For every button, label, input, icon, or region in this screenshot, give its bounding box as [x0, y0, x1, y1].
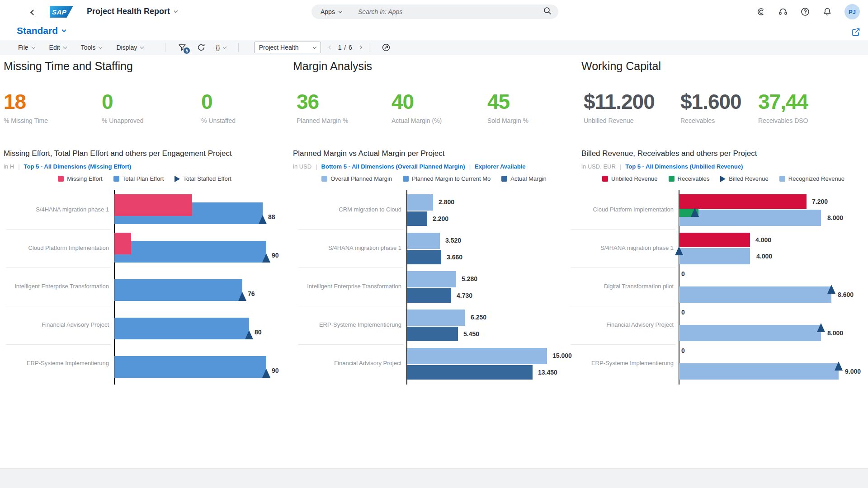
legend-label: Planned Margin to Current Mo: [412, 175, 491, 182]
bar-overall-planned-margin[interactable]: [407, 233, 440, 249]
menu-file[interactable]: File: [18, 44, 35, 51]
legend-swatch-icon: [113, 176, 119, 182]
kpi-receivables-dso[interactable]: 37,44Receivables DSO: [758, 90, 808, 124]
kpi-unapproved[interactable]: 0% Unapproved: [102, 90, 144, 124]
chart1-dimension-link[interactable]: Top 5 - All Dimensions (Missing Effort): [24, 163, 132, 170]
marker-total-staffed-effort[interactable]: [262, 253, 270, 263]
headset-support-icon[interactable]: [778, 7, 788, 17]
bottom-scrollbar-track: [0, 468, 868, 488]
filter-icon[interactable]: 5: [178, 43, 187, 52]
category-label: Financial Advisory Project: [567, 321, 674, 328]
bar-actual-margin[interactable]: [407, 250, 441, 264]
legend-item-unbilled-revenue[interactable]: Unbilled Revenue: [602, 175, 658, 182]
next-page-icon[interactable]: [359, 46, 362, 49]
bar-actual-margin[interactable]: [407, 365, 533, 380]
marker-total-staffed-effort[interactable]: [259, 215, 267, 224]
bar-missing-effort[interactable]: [114, 233, 131, 254]
search-input[interactable]: Search in: Apps: [358, 8, 543, 15]
legend-item-overall-planned-margin[interactable]: Overall Planned Margin: [321, 175, 392, 182]
page-section-select[interactable]: Project Health: [254, 42, 321, 53]
bar-total-plan-effort[interactable]: [114, 318, 249, 339]
chart2-dimension-link[interactable]: Bottom 5 - All Dimensions (Overall Plann…: [321, 163, 465, 170]
value-label: 80: [255, 328, 262, 336]
bar-overall-planned-margin[interactable]: [407, 348, 547, 364]
bar-recognized-revenue[interactable]: [679, 363, 839, 380]
refresh-icon[interactable]: [197, 43, 206, 52]
kpi-actual-margin[interactable]: 40Actual Margin (%): [392, 90, 442, 124]
legend-item-missing-effort[interactable]: Missing Effort: [58, 175, 103, 182]
legend-swatch-icon: [501, 176, 507, 182]
search-scope-select[interactable]: Apps: [318, 8, 345, 15]
bar-overall-planned-margin[interactable]: [407, 271, 456, 287]
kpi-missing-time[interactable]: 18% Missing Time: [4, 90, 48, 124]
bar-unbilled-revenue[interactable]: [679, 233, 750, 247]
legend-item-billed-revenue[interactable]: Billed Revenue: [720, 175, 768, 182]
marker-billed-revenue[interactable]: [827, 285, 835, 294]
notifications-bell-icon[interactable]: [822, 7, 832, 17]
row-separator: [571, 229, 675, 230]
legend-item-receivables[interactable]: Receivables: [669, 175, 710, 182]
legend-item-total-staffed-effort[interactable]: Total Staffed Effort: [175, 175, 231, 182]
bar-total-plan-effort[interactable]: [114, 241, 266, 263]
menu-display[interactable]: Display: [116, 44, 143, 51]
present-mode-icon[interactable]: [382, 43, 391, 52]
bar-recognized-revenue[interactable]: [679, 248, 750, 264]
bar-actual-margin[interactable]: [407, 211, 427, 226]
value-label: 90: [272, 367, 279, 374]
value-label: 9.000: [845, 368, 861, 375]
search-icon[interactable]: [543, 6, 552, 17]
bar-total-plan-effort[interactable]: [114, 279, 242, 301]
value-label: 8.000: [827, 214, 843, 221]
chevron-down-icon: [63, 45, 66, 48]
marker-total-staffed-effort[interactable]: [245, 330, 253, 339]
kpi-unbilled-revenue[interactable]: $11.200Unbilled Revenue: [584, 90, 655, 124]
row-separator: [298, 344, 403, 345]
bar-overall-planned-margin[interactable]: [407, 310, 465, 326]
marker-total-staffed-effort[interactable]: [238, 292, 246, 301]
marker-billed-revenue[interactable]: [835, 361, 843, 371]
kpi-unstaffed[interactable]: 0% Unstaffed: [201, 90, 236, 124]
previous-page-icon[interactable]: [328, 46, 332, 49]
value-label: 13.450: [538, 369, 557, 376]
bar-unbilled-revenue[interactable]: [679, 194, 807, 209]
kpi-receivables[interactable]: $1.600Receivables: [680, 90, 741, 124]
menu-edit[interactable]: Edit: [49, 44, 66, 51]
marker-billed-revenue[interactable]: [675, 246, 683, 255]
chevron-down-icon: [222, 45, 226, 48]
copilot-icon[interactable]: [756, 7, 766, 17]
bar-total-plan-effort[interactable]: [114, 356, 266, 378]
marker-total-staffed-effort[interactable]: [262, 369, 270, 378]
category-label: Cloud Platform Implementation: [567, 206, 674, 213]
avatar[interactable]: PJ: [844, 4, 860, 19]
legend-item-recognized-revenue[interactable]: Recognized Revenue: [779, 175, 844, 182]
back-button[interactable]: [28, 7, 38, 17]
kpi-sold-margin[interactable]: 45Sold Margin %: [487, 90, 528, 124]
help-icon[interactable]: [800, 7, 810, 17]
row-separator: [571, 306, 675, 306]
menu-tools[interactable]: Tools: [81, 44, 102, 51]
kpi-planned-margin[interactable]: 36Planned Margin %: [297, 90, 348, 124]
marker-billed-revenue[interactable]: [691, 208, 699, 217]
bar-actual-margin[interactable]: [407, 327, 458, 341]
search-bar[interactable]: Apps Search in: Apps: [311, 5, 558, 19]
legend-item-planned-margin-to-current-mo[interactable]: Planned Margin to Current Mo: [403, 175, 491, 182]
legend-label: Actual Margin: [510, 175, 546, 182]
bar-overall-planned-margin[interactable]: [407, 194, 433, 211]
bar-missing-effort[interactable]: [114, 194, 192, 216]
formula-braces-dropdown[interactable]: {}: [216, 44, 226, 51]
chart3-dimension-link[interactable]: Top 5 - All Dimensions (Unbilled Revenue…: [625, 163, 743, 170]
report-title-dropdown[interactable]: Project Health Report: [87, 7, 177, 16]
view-mode-dropdown[interactable]: Standard: [17, 25, 66, 36]
chart2-explorer-link[interactable]: Explorer Available: [475, 163, 525, 170]
legend-item-total-plan-effort[interactable]: Total Plan Effort: [113, 175, 164, 182]
legend-item-actual-margin[interactable]: Actual Margin: [501, 175, 546, 182]
sap-logo[interactable]: SAP: [50, 6, 73, 18]
legend-label: Missing Effort: [67, 175, 103, 182]
marker-billed-revenue[interactable]: [817, 323, 825, 332]
chart2-title: Planned Margin vs Actual Margin per Proj…: [293, 149, 444, 158]
bar-recognized-revenue[interactable]: [679, 325, 821, 341]
bar-recognized-revenue[interactable]: [679, 210, 821, 226]
bar-recognized-revenue[interactable]: [679, 286, 831, 303]
share-icon[interactable]: [851, 27, 861, 37]
bar-actual-margin[interactable]: [407, 288, 451, 303]
